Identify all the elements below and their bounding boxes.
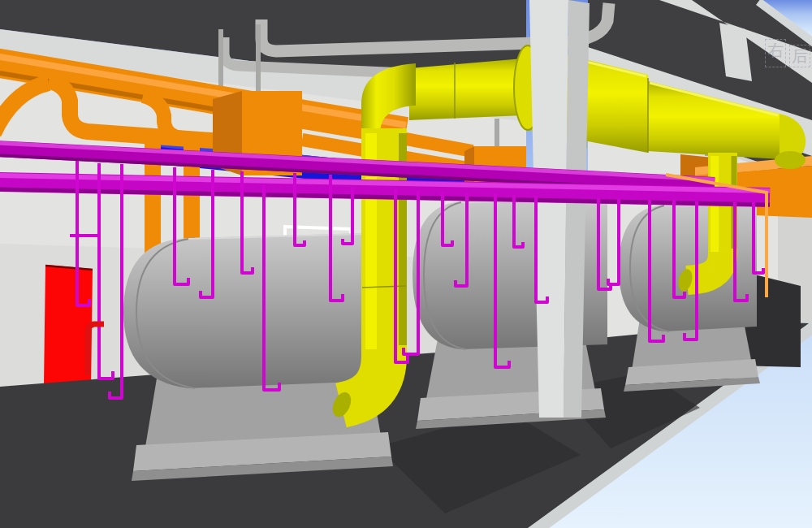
- foreground-column: [529, 0, 590, 418]
- watermark-char-rear: 后: [789, 45, 810, 67]
- 3d-viewport[interactable]: 右 后: [0, 0, 812, 528]
- tank1-shell: [123, 232, 395, 388]
- yellow-duct-end-cap: [775, 151, 806, 169]
- watermark-char-right: 右: [765, 39, 786, 67]
- plantroom-scene: [0, 0, 812, 528]
- tank-1: [123, 232, 395, 481]
- view-orientation-watermark: 右 后: [765, 39, 810, 67]
- yellow-duct-seg1: [409, 58, 523, 120]
- tank-3: [619, 203, 760, 392]
